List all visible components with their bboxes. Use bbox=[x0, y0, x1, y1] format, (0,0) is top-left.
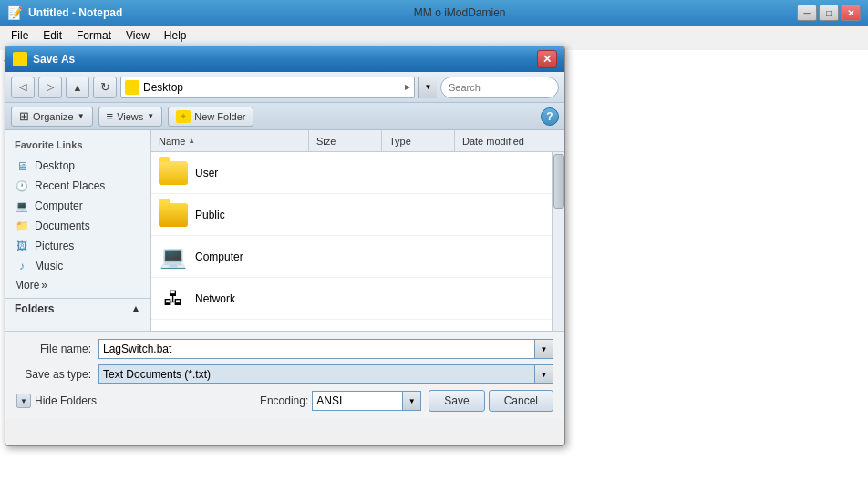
favorite-music-label: Music bbox=[35, 260, 63, 272]
notepad-maximize-btn[interactable]: □ bbox=[819, 5, 839, 21]
folders-header-btn[interactable]: Folders ▲ bbox=[5, 299, 150, 319]
scrollbar-thumb[interactable] bbox=[553, 154, 564, 209]
file-name-cell: 🖧 Network bbox=[151, 284, 309, 313]
notepad-titlebar: 📝 Untitled - Notepad MM o iModDamien ─ □… bbox=[0, 0, 868, 26]
encoding-dropdown-btn[interactable]: ▼ bbox=[403, 391, 421, 411]
file-list-container: Name ▲ Size Type Date modified bbox=[151, 130, 564, 331]
favorite-computer-label: Computer bbox=[35, 199, 83, 212]
hide-folders-icon: ▼ bbox=[16, 394, 31, 408]
file-list: User Public bbox=[151, 152, 564, 331]
favorite-computer[interactable]: 💻 Computer bbox=[5, 196, 150, 216]
address-dropdown-btn[interactable]: ▼ bbox=[418, 77, 437, 98]
favorite-pictures[interactable]: 🖼 Pictures bbox=[5, 236, 150, 256]
dialog-main: Favorite Links 🖥 Desktop 🕐 Recent Places… bbox=[5, 130, 564, 331]
favorite-documents[interactable]: 📁 Documents bbox=[5, 216, 150, 236]
file-list-header: Name ▲ Size Type Date modified bbox=[151, 130, 564, 152]
menu-edit[interactable]: Edit bbox=[36, 27, 69, 44]
file-name-computer: Computer bbox=[195, 250, 243, 263]
col-name-header[interactable]: Name ▲ bbox=[151, 130, 309, 151]
notepad-win-controls: ─ □ ✕ bbox=[797, 5, 861, 21]
menu-view[interactable]: View bbox=[119, 27, 157, 44]
col-name-label: Name bbox=[159, 136, 185, 147]
views-btn[interactable]: ≡ Views ▼ bbox=[98, 107, 163, 127]
notepad-title: Untitled - Notepad bbox=[28, 6, 122, 19]
file-name-cell: User bbox=[151, 158, 309, 188]
organize-icon: ⊞ bbox=[19, 109, 29, 123]
menu-format[interactable]: Format bbox=[69, 27, 119, 44]
hide-folders-btn[interactable]: ▼ Hide Folders bbox=[16, 394, 97, 408]
refresh-btn[interactable]: ↻ bbox=[93, 77, 117, 98]
more-arrows: » bbox=[41, 279, 47, 291]
encoding-label: Encoding: bbox=[260, 394, 308, 407]
dialog-toolbar2: ⊞ Organize ▼ ≡ Views ▼ ✦ New Folder ? bbox=[5, 103, 564, 130]
favorite-desktop[interactable]: 🖥 Desktop bbox=[5, 156, 150, 176]
pictures-icon: 🖼 bbox=[15, 239, 29, 253]
encoding-select-container: ANSI ▼ bbox=[312, 391, 421, 411]
more-label: More bbox=[15, 279, 39, 291]
save-button[interactable]: Save bbox=[429, 390, 484, 412]
menu-help[interactable]: Help bbox=[157, 27, 194, 44]
favorite-music[interactable]: ♪ Music bbox=[5, 256, 150, 276]
notepad-center-title: MM o iModDamien bbox=[122, 6, 797, 19]
up-btn[interactable]: ▲ bbox=[66, 77, 89, 98]
address-arrow: ▶ bbox=[405, 83, 410, 91]
notepad-close-btn[interactable]: ✕ bbox=[841, 5, 861, 21]
favorite-desktop-label: Desktop bbox=[35, 159, 75, 172]
address-bar: Desktop ▶ bbox=[120, 77, 415, 98]
computer-fav-icon: 💻 bbox=[15, 199, 29, 213]
views-dropdown-icon: ▼ bbox=[147, 112, 154, 120]
table-row[interactable]: Public bbox=[151, 194, 564, 236]
dialog-close-btn[interactable]: ✕ bbox=[537, 50, 557, 68]
folders-section: Folders ▲ bbox=[5, 298, 150, 319]
file-name-user: User bbox=[195, 167, 218, 179]
favorite-recent-places[interactable]: 🕐 Recent Places bbox=[5, 176, 150, 196]
folders-label: Folders bbox=[15, 302, 54, 315]
folder-icon bbox=[159, 200, 188, 230]
search-input[interactable] bbox=[449, 82, 565, 93]
col-size-label: Size bbox=[316, 136, 336, 147]
col-type-header[interactable]: Type bbox=[382, 130, 455, 151]
folders-arrow-icon: ▲ bbox=[130, 302, 141, 315]
favorites-header: Favorite Links bbox=[5, 138, 150, 156]
help-btn[interactable]: ? bbox=[541, 107, 559, 126]
network-icon: 🖧 bbox=[159, 284, 188, 313]
desktop-icon: 🖥 bbox=[15, 158, 29, 173]
filename-input-container: ▼ bbox=[98, 339, 553, 359]
search-box: 🔍 bbox=[440, 77, 559, 98]
forward-btn[interactable]: ▷ bbox=[38, 77, 62, 98]
documents-icon: 📁 bbox=[15, 219, 29, 233]
dialog-title-icon bbox=[13, 52, 27, 66]
dialog-toolbar: ◁ ▷ ▲ ↻ Desktop ▶ ▼ 🔍 bbox=[5, 72, 564, 103]
favorite-recent-label: Recent Places bbox=[35, 179, 105, 192]
menu-file[interactable]: File bbox=[4, 27, 36, 44]
table-row[interactable]: 💻 Computer bbox=[151, 236, 564, 278]
dialog-bottom: File name: ▼ Save as type: ▼ ▼ Hide Fold… bbox=[5, 331, 564, 419]
new-folder-btn[interactable]: ✦ New Folder bbox=[168, 107, 253, 127]
favorite-pictures-label: Pictures bbox=[35, 240, 74, 252]
savetype-dropdown-btn[interactable]: ▼ bbox=[535, 364, 553, 384]
filename-input[interactable] bbox=[98, 339, 535, 359]
col-size-header[interactable]: Size bbox=[309, 130, 382, 151]
scrollbar[interactable] bbox=[552, 152, 564, 331]
back-btn[interactable]: ◁ bbox=[11, 77, 35, 98]
organize-btn[interactable]: ⊞ Organize ▼ bbox=[11, 107, 93, 127]
savetype-input[interactable] bbox=[98, 364, 535, 384]
dialog-title: Save As bbox=[33, 53, 537, 66]
music-icon: ♪ bbox=[15, 259, 29, 273]
savetype-input-container: ▼ bbox=[98, 364, 553, 384]
table-row[interactable]: User bbox=[151, 152, 564, 194]
col-type-label: Type bbox=[389, 136, 411, 147]
recent-places-icon: 🕐 bbox=[15, 179, 29, 193]
filename-dropdown-btn[interactable]: ▼ bbox=[535, 339, 553, 359]
file-name-cell: 💻 Computer bbox=[151, 242, 309, 271]
cancel-button[interactable]: Cancel bbox=[489, 390, 553, 412]
encoding-select[interactable]: ANSI bbox=[312, 391, 403, 411]
views-label: Views bbox=[117, 111, 143, 122]
action-row: ▼ Hide Folders Encoding: ANSI ▼ Save Can… bbox=[16, 390, 553, 412]
col-date-header[interactable]: Date modified bbox=[455, 130, 564, 151]
filename-label: File name: bbox=[16, 343, 98, 355]
notepad-minimize-btn[interactable]: ─ bbox=[797, 5, 817, 21]
table-row[interactable]: 🖧 Network bbox=[151, 278, 564, 320]
more-link[interactable]: More » bbox=[5, 276, 150, 294]
new-folder-icon: ✦ bbox=[176, 110, 191, 123]
